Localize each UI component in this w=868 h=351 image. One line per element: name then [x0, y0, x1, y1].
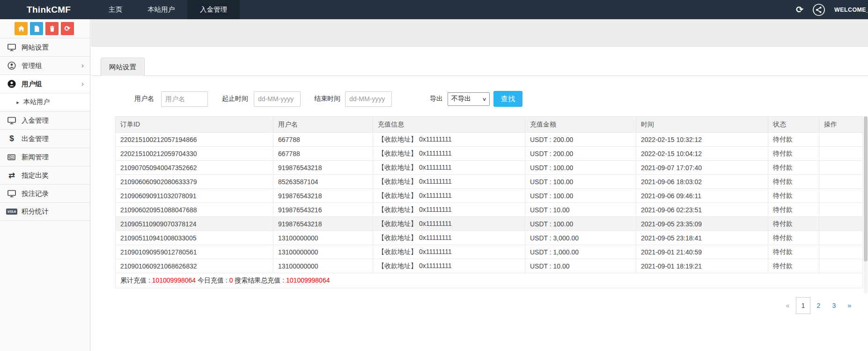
today-label: 今日充值 :: [196, 276, 229, 284]
table-cell: USDT : 10.00: [525, 203, 636, 217]
table-cell: 210905110941008033005: [116, 231, 273, 245]
table-cell: 85263587104: [273, 175, 373, 189]
dollar-icon: $: [7, 134, 17, 143]
sidebar-item-site-users[interactable]: ▸ 本站用户: [0, 93, 90, 111]
table-cell: 2022-02-15 10:32:12: [636, 133, 768, 147]
table-cell: 2022-02-15 10:04:12: [636, 147, 768, 161]
filter-form: 用户名 起止时间 结束时间 导出 不导出 ∨ 查找: [134, 91, 868, 107]
end-date-input[interactable]: [345, 91, 392, 107]
total-label: 累计充值 :: [120, 276, 152, 284]
table-cell: 待付款: [768, 161, 819, 175]
tab-site-settings[interactable]: 网站设置: [101, 58, 145, 76]
total-value: 101009998064: [152, 276, 196, 284]
table-cell: [819, 189, 863, 203]
table-cell: USDT : 200.00: [525, 133, 636, 147]
table-cell: 待付款: [768, 147, 819, 161]
table-cell: USDT : 3,000.00: [525, 231, 636, 245]
page-prev[interactable]: «: [780, 297, 795, 314]
table-cell: 210906020951088047688: [116, 203, 273, 217]
table-cell: USDT : 1,000.00: [525, 245, 636, 259]
nav-item-home[interactable]: 主页: [96, 0, 135, 19]
export-select[interactable]: 不导出 ∨: [448, 92, 490, 106]
sidebar-item-user-group[interactable]: 用户组 ›: [0, 75, 90, 93]
monitor-icon: [7, 117, 17, 124]
username-input[interactable]: [161, 91, 208, 107]
table-row: 210905110909070378124919876543218【收款地址】 …: [116, 217, 863, 231]
sidebar: ⟳ 网站设置 管理组 › 用户组 › ▸ 本站用户 入金管理 $ 出金管理: [0, 19, 90, 351]
table-cell: 2021-09-05 23:18:41: [636, 231, 768, 245]
table-cell: 待付款: [768, 133, 819, 147]
table-header-row: 订单ID 用户名 充值信息 充值金额 时间 状态 操作: [116, 117, 863, 133]
nav-item-deposit-mgmt[interactable]: 入金管理: [187, 0, 240, 19]
sidebar-item-admin-group[interactable]: 管理组 ›: [0, 56, 90, 75]
recycle-button[interactable]: ⟳: [61, 22, 74, 35]
table-cell: 【收款地址】 0x11111111: [373, 203, 525, 217]
recycle-icon: ⟳: [65, 24, 71, 33]
table-scrollbar-thumb[interactable]: [864, 116, 868, 261]
page-2[interactable]: 2: [811, 297, 826, 314]
table-cell: 待付款: [768, 175, 819, 189]
table-cell: USDT : 100.00: [525, 217, 636, 231]
table-cell: [819, 175, 863, 189]
table-row: 21090106092106862683213100000000【收款地址】 0…: [116, 259, 863, 273]
visa-icon: VISA: [7, 209, 17, 215]
top-gray-band: [91, 19, 868, 47]
search-button[interactable]: 查找: [493, 91, 522, 107]
table-cell: USDT : 100.00: [525, 175, 636, 189]
export-select-value: 不导出: [451, 95, 471, 103]
table-cell: 【收款地址】 0x11111111: [373, 231, 525, 245]
col-header-order-id: 订单ID: [116, 117, 273, 133]
chevron-right-icon: ›: [81, 80, 84, 88]
sidebar-item-site-settings[interactable]: 网站设置: [0, 38, 90, 56]
refresh-icon[interactable]: ⟳: [796, 5, 803, 14]
table-cell: 待付款: [768, 245, 819, 259]
col-header-deposit-info: 充值信息: [373, 117, 525, 133]
sidebar-item-assign-prize[interactable]: ⇄ 指定出奖: [0, 166, 90, 184]
home-button[interactable]: [15, 22, 28, 35]
col-header-status: 状态: [768, 117, 819, 133]
table-cell: 210906060902080633379: [116, 175, 273, 189]
table-cell: 919876543218: [273, 189, 373, 203]
col-header-username: 用户名: [273, 117, 373, 133]
page-next[interactable]: »: [842, 297, 857, 314]
sidebar-item-points-stats[interactable]: VISA 积分统计: [0, 202, 90, 221]
nav-item-site-users[interactable]: 本站用户: [135, 0, 187, 19]
sidebar-item-label: 管理组: [22, 61, 42, 70]
user-outline-icon: [7, 61, 17, 70]
brand-logo[interactable]: ThinkCMF: [0, 0, 90, 19]
table-row: 210906020951088047688919876543216【收款地址】 …: [116, 203, 863, 217]
username-label: 用户名: [134, 95, 154, 103]
table-cell: 919876543216: [273, 203, 373, 217]
sidebar-item-label: 积分统计: [22, 207, 49, 216]
page-1[interactable]: 1: [796, 297, 810, 314]
sidebar-item-deposit-mgmt[interactable]: 入金管理: [0, 111, 90, 129]
sidebar-item-label: 指定出奖: [22, 171, 49, 180]
col-header-actions: 操作: [819, 117, 863, 133]
table-cell: 【收款地址】 0x11111111: [373, 175, 525, 189]
sidebar-item-label: 本站用户: [23, 98, 50, 106]
user-filled-icon: [7, 80, 17, 88]
table-cell: 13100000000: [273, 245, 373, 259]
sidebar-item-bet-records[interactable]: 投注记录: [0, 184, 90, 202]
sidebar-item-withdraw-mgmt[interactable]: $ 出金管理: [0, 129, 90, 148]
page-3[interactable]: 3: [827, 297, 841, 314]
table-cell: 【收款地址】 0x11111111: [373, 133, 525, 147]
sidebar-item-news-mgmt[interactable]: 新闻管理: [0, 148, 90, 166]
table-row: 21090109095901278056113100000000【收款地址】 0…: [116, 245, 863, 259]
file-button[interactable]: [30, 22, 43, 35]
table-cell: 【收款地址】 0x11111111: [373, 259, 525, 273]
table-cell: 待付款: [768, 203, 819, 217]
table-cell: 2021-09-01 18:19:21: [636, 259, 768, 273]
table-cell: 待付款: [768, 189, 819, 203]
trash-button[interactable]: [45, 22, 59, 35]
monitor-icon: [7, 44, 17, 51]
file-icon: [34, 25, 40, 32]
deposit-table: 订单ID 用户名 充值信息 充值金额 时间 状态 操作 220215100212…: [115, 116, 863, 288]
user-avatar-icon[interactable]: [812, 3, 825, 16]
nav-menu: 主页 本站用户 入金管理: [96, 0, 240, 19]
tab-bar: 网站设置: [91, 47, 868, 76]
start-date-input[interactable]: [254, 91, 301, 107]
export-label: 导出: [430, 95, 443, 103]
welcome-text[interactable]: WELCOME_U: [834, 7, 868, 13]
table-body: 220215100212057194866667788【收款地址】 0x1111…: [116, 133, 863, 273]
